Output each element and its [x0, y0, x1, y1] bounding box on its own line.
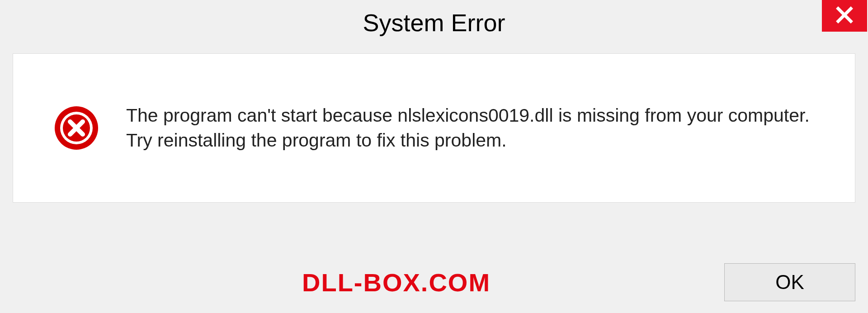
ok-button-label: OK	[775, 271, 804, 294]
error-message: The program can't start because nlslexic…	[126, 103, 828, 153]
ok-button[interactable]: OK	[724, 263, 855, 301]
dialog-title: System Error	[363, 9, 505, 37]
content-panel: The program can't start because nlslexic…	[13, 53, 855, 203]
titlebar: System Error	[0, 0, 868, 45]
error-icon	[54, 105, 99, 151]
close-icon	[835, 6, 854, 26]
footer: DLL-BOX.COM OK	[13, 263, 855, 301]
close-button[interactable]	[822, 0, 867, 32]
watermark-text: DLL-BOX.COM	[302, 268, 491, 297]
